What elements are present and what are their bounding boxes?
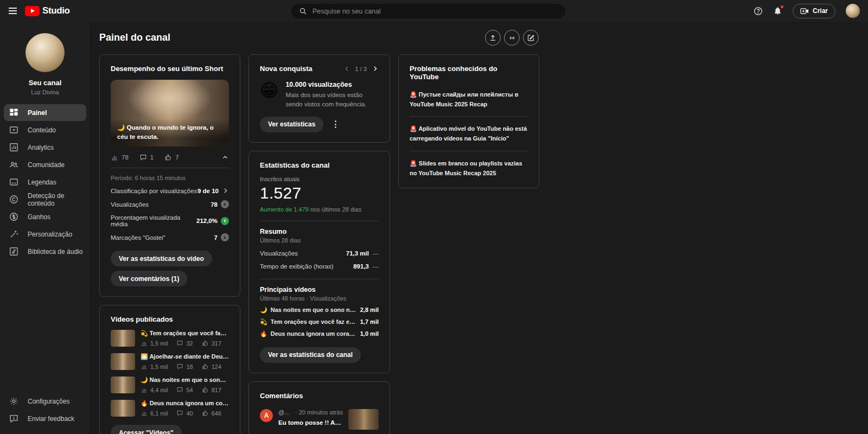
page-actions xyxy=(485,30,539,46)
brand-text: Studio xyxy=(42,5,69,16)
video-emoji: 🌅 xyxy=(141,353,148,360)
sidebar-item-label: Enviar feedback xyxy=(28,415,74,423)
commenter-avatar[interactable]: A xyxy=(260,409,273,422)
stat-row-likes: Marcações "Gostei" 7 xyxy=(111,233,229,241)
alert-siren-icon: 🚨 xyxy=(410,91,417,98)
stat-row-rank[interactable]: Classificação por visualizações 9 de 10 xyxy=(111,187,229,194)
channel-analytics-button[interactable]: Ver as estatísticas do canal xyxy=(260,347,361,363)
menu-icon[interactable] xyxy=(0,0,25,22)
sidebar-item-comunidade[interactable]: Comunidade xyxy=(4,156,86,173)
video-title[interactable]: Tem orações que você faz em silêncio e D… xyxy=(271,318,357,325)
alert-siren-icon: 🚨 xyxy=(410,125,417,132)
see-stats-button[interactable]: Ver estatísticas xyxy=(260,117,323,132)
summary-row-watchtime: Tempo de exibição (horas) 891,3 — xyxy=(260,263,379,270)
content-icon xyxy=(9,125,19,135)
achievement-description: Mais dos seus vídeos estão sendo vistos … xyxy=(285,91,379,110)
published-video-row: 🔥 Deus nunca ignora um coração que ora c… xyxy=(111,400,229,417)
sidebar-item-personalizacao[interactable]: Personalização xyxy=(4,226,86,242)
video-title[interactable]: 🔥 Deus nunca ignora um coração que ora c… xyxy=(141,400,229,407)
search-bar[interactable] xyxy=(291,4,565,18)
stat-label: Visualizações xyxy=(111,201,210,208)
stat-value: 9 de 10 xyxy=(197,188,219,194)
issue-item[interactable]: 🚨 Aplicativo móvel do YouTube não está c… xyxy=(410,117,528,151)
collapse-chevron-icon[interactable] xyxy=(221,154,229,161)
sidebar-item-label: Configurações xyxy=(28,398,69,405)
short-mini-stats: 78 1 7 xyxy=(111,154,229,161)
video-emoji: 💫 xyxy=(141,330,148,336)
stat-label: Porcentagem visualizada média xyxy=(111,214,196,227)
sidebar-nav: Painel Conteúdo Analytics Comunidade Leg… xyxy=(0,104,90,260)
video-title[interactable]: Nas noites em que o sono não vem, Deus e… xyxy=(271,307,357,313)
channel-avatar[interactable] xyxy=(25,33,65,72)
video-thumbnail[interactable] xyxy=(111,330,135,347)
trend-down-icon xyxy=(221,200,229,208)
sidebar-item-feedback[interactable]: Enviar feedback xyxy=(4,410,86,427)
sidebar-item-analytics[interactable]: Analytics xyxy=(4,139,86,156)
stat-row-avg-percentage: Porcentagem visualizada média 212,0% xyxy=(111,214,229,227)
page-title: Painel do canal xyxy=(99,32,170,43)
edit-button[interactable] xyxy=(523,30,539,46)
chevron-left-icon[interactable] xyxy=(343,65,350,72)
sidebar-item-conteudo[interactable]: Conteúdo xyxy=(4,122,86,138)
channel-name: Seu canal xyxy=(0,79,90,87)
notification-dot xyxy=(780,4,784,9)
stat-row-views: Visualizações 78 xyxy=(111,200,229,208)
pagination-count: 1 / 3 xyxy=(355,66,367,72)
broadcast-icon xyxy=(508,34,516,42)
youtube-studio-logo[interactable]: Studio xyxy=(25,5,69,16)
latest-short-card: Desempenho do seu último Short 🌙 Quando … xyxy=(99,54,240,297)
account-avatar[interactable] xyxy=(846,4,860,18)
sidebar-item-deteccao[interactable]: Detecção de conteúdo xyxy=(4,191,86,208)
video-emoji: 🌙 xyxy=(141,376,148,383)
video-stats: 1,5 mil 18 124 xyxy=(141,363,229,370)
sidebar-item-painel[interactable]: Painel xyxy=(4,104,86,121)
sidebar-item-label: Legendas xyxy=(28,178,56,186)
issue-item[interactable]: 🚨 Пустые слайды или плейлисты в YouTube … xyxy=(410,81,528,117)
video-thumbnail[interactable] xyxy=(111,400,135,417)
comment-username[interactable]: @AlexGolin-e8j4n xyxy=(278,409,292,416)
sidebar-item-label: Ganhos xyxy=(28,213,50,221)
sidebar-item-biblioteca[interactable]: Biblioteca de áudio xyxy=(4,243,86,260)
video-title[interactable]: Deus nunca ignora um coração que ora com… xyxy=(271,330,357,337)
carousel-pagination: 1 / 3 xyxy=(343,65,379,72)
sidebar-item-ganhos[interactable]: Ganhos xyxy=(4,208,86,225)
comment-text[interactable]: Eu tomo posse !! Amém xyxy=(278,419,343,426)
notifications-bell-icon[interactable] xyxy=(773,6,782,16)
comments-icon xyxy=(176,386,183,393)
short-thumbnail[interactable]: 🌙 Quando o mundo te ignora, o céu te esc… xyxy=(111,80,229,146)
settings-gear-icon xyxy=(9,396,19,406)
video-thumbnail[interactable] xyxy=(111,353,135,370)
dashboard-icon xyxy=(9,107,19,118)
comments-icon xyxy=(139,154,147,161)
kebab-menu-icon[interactable] xyxy=(333,118,339,130)
sidebar-item-configuracoes[interactable]: Configurações xyxy=(4,393,86,410)
issue-item[interactable]: 🚨 Slides em branco ou playlists vazias n… xyxy=(410,151,528,180)
sidebar-item-label: Biblioteca de áudio xyxy=(28,248,82,256)
video-title[interactable]: 🌅 Ajoelhar-se diante de Deus é se levant… xyxy=(141,353,229,360)
see-comments-button[interactable]: Ver comentários (1) xyxy=(111,271,187,286)
video-title[interactable]: 💫 Tem orações que você faz em silêncio e… xyxy=(141,330,229,337)
top-video-row: 💫 Tem orações que você faz em silêncio e… xyxy=(260,318,379,326)
chevron-right-icon[interactable] xyxy=(372,65,379,72)
search-input[interactable] xyxy=(312,8,558,15)
summary-row-views: Visualizações 71,3 mil — xyxy=(260,250,379,257)
likes-icon xyxy=(202,363,209,370)
short-likes: 7 xyxy=(175,154,178,161)
video-title[interactable]: 🌙 Nas noites em que o sono não vem, Deus… xyxy=(141,376,229,384)
go-live-button[interactable] xyxy=(504,30,520,46)
summary-title: Resumo xyxy=(260,228,379,235)
comment-video-thumbnail[interactable] xyxy=(348,409,379,430)
help-icon[interactable] xyxy=(754,7,763,16)
upload-video-button[interactable] xyxy=(485,30,501,46)
go-to-videos-button[interactable]: Acessar "Vídeos" xyxy=(111,425,182,434)
video-analytics-button[interactable]: Ver as estatísticas do vídeo xyxy=(111,251,212,266)
achievement-emoji: 😁 xyxy=(260,81,278,110)
achievement-card: Nova conquista 1 / 3 😁 10.000 visualizaç… xyxy=(248,54,390,143)
flat-trend-icon: — xyxy=(373,250,379,257)
top-videos-title: Principais vídeos xyxy=(260,286,379,293)
known-issues-card: Problemas conhecidos do YouTube 🚨 Пустые… xyxy=(398,54,539,188)
sidebar-item-legendas[interactable]: Legendas xyxy=(4,174,86,190)
video-thumbnail[interactable] xyxy=(111,376,135,393)
growth-period: nos últimos 28 dias xyxy=(310,206,361,213)
create-button[interactable]: Criar xyxy=(793,4,835,18)
